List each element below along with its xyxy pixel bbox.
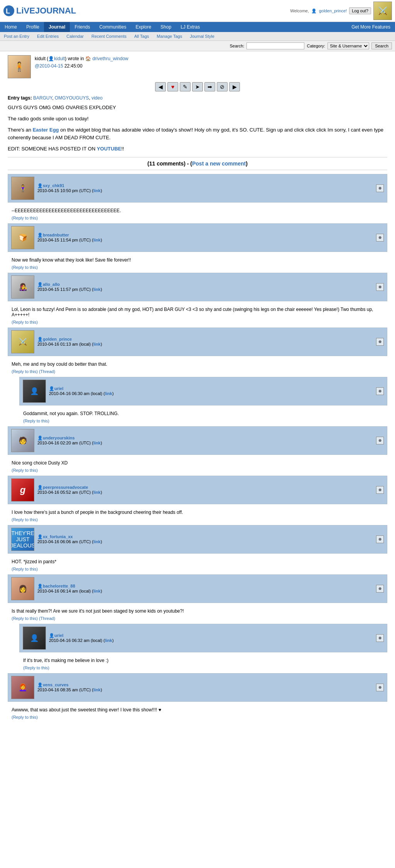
nav-link-journal[interactable]: Journal [44,22,70,32]
nav-item-communities[interactable]: Communities [95,22,131,32]
tag-link-barguy[interactable]: BARGUY [33,95,52,101]
reply-link[interactable]: (Reply to this) [12,265,38,270]
comment-link[interactable]: link [93,287,101,292]
nav-item-explore[interactable]: Explore [131,22,156,32]
reply-link[interactable]: (Reply to this) [12,715,38,719]
comment-username-link[interactable]: sxy_chk91 [43,183,64,188]
sub-nav-all-tags[interactable]: All Tags [130,33,153,40]
comment-expand-button[interactable]: ⊕ [376,437,384,444]
comment-expand-button[interactable]: ⊕ [376,486,384,494]
youtube-link[interactable]: YOUTUBE [97,146,122,152]
lj-logo-icon: L [3,5,15,17]
logout-button[interactable]: Log out? [349,7,371,14]
nav-link-ljextras[interactable]: LJ Extras [176,22,204,32]
nav-item-shop[interactable]: Shop [156,22,176,32]
tag-link-omgyouguys[interactable]: OMGYOUGUYS [55,95,89,101]
nav-link-shop[interactable]: Shop [156,22,176,32]
comment-username-link[interactable]: uriel [54,386,63,391]
comment-username-link[interactable]: uriel [54,633,63,638]
reply-link[interactable]: (Reply to this) [23,419,49,423]
reply-link[interactable]: (Reply to this) [12,468,38,473]
nav-item-profile[interactable]: Profile [22,22,44,32]
sub-nav-manage-tags[interactable]: Manage Tags [153,33,186,40]
post-new-comment-link[interactable]: Post a new comment [192,160,246,167]
easter-egg-link[interactable]: Easter Egg [33,127,59,133]
comment-expand-button[interactable]: ⊕ [376,684,384,691]
nav-item-home[interactable]: Home [0,22,22,32]
comment-timestamp: 2010-04-16 08:35 am (UTC) [37,687,91,692]
comment-link[interactable]: link [93,539,101,544]
comment-timestamp: 2010-04-15 11:54 pm (UTC) [37,238,91,242]
main-nav-list: Home Profile Journal Friends Communities… [0,22,204,32]
reply-link[interactable]: (Reply to this) [12,567,38,571]
comment-expand-button[interactable]: ⊕ [376,387,384,395]
sub-nav-journal-style[interactable]: Journal Style [186,33,218,40]
toolbar-share-button[interactable]: ➤ [192,82,203,91]
comment-link[interactable]: link [93,342,101,346]
reply-link[interactable]: (Reply to this) [23,665,49,670]
comments-list: 🧍‍♀️ 👤sxy_chk91 2010-04-15 10:50 pm (UTC… [8,174,387,723]
sub-nav-post-entry[interactable]: Post an Entry [0,33,33,40]
comment-link[interactable]: link [93,188,101,193]
comment-expand-button[interactable]: ⊕ [376,184,384,192]
comment-body-text: Goddammit, not you again. STOP. TROLLING… [19,409,387,419]
comment-link[interactable]: link [105,391,112,396]
nav-item-journal[interactable]: Journal [44,22,70,32]
comment-link[interactable]: link [93,687,101,692]
thread-link[interactable]: (Thread) [39,616,55,621]
comment-username-link[interactable]: breadnbutter [43,233,69,237]
entry-author-link[interactable]: kidult [54,56,65,61]
toolbar-next-button[interactable]: ▶ [229,82,240,91]
comment-link[interactable]: link [93,589,101,593]
search-input[interactable] [246,42,304,49]
nav-link-communities[interactable]: Communities [95,22,131,32]
nav-link-friends[interactable]: Friends [70,22,95,32]
comment-username-link[interactable]: allo_allo [43,282,60,287]
comment-expand-button[interactable]: ⊕ [376,234,384,241]
comment-block: THEY'RE JUST JEALOUS 👤xx_fortunia_xx 201… [8,525,387,554]
entry-community-link[interactable]: drivethru_window [92,56,128,61]
category-select[interactable]: Site & Username [327,42,369,49]
reply-link[interactable]: (Reply to this) [12,369,38,374]
nav-link-home[interactable]: Home [0,22,22,32]
comment-link[interactable]: link [93,441,101,445]
toolbar-prev-button[interactable]: ◀ [155,82,166,91]
toolbar-forward-button[interactable]: ➡ [204,82,215,91]
comment-username-link[interactable]: xx_fortunia_xx [43,534,73,539]
comment-expand-button[interactable]: ⊕ [376,634,384,642]
toolbar-edit-button[interactable]: ✎ [180,82,191,91]
reply-link[interactable]: (Reply to this) [12,517,38,522]
nav-link-explore[interactable]: Explore [131,22,156,32]
comment-body-text: I love how there's just a bunch of peopl… [8,507,387,517]
reply-link[interactable]: (Reply to this) [12,616,38,621]
comment-body-text: Meh, me and my boy could do better than … [8,359,387,369]
sub-nav-calendar[interactable]: Calendar [62,33,88,40]
comment-expand-button[interactable]: ⊕ [376,338,384,346]
comment-expand-button[interactable]: ⊕ [376,535,384,543]
comment-username-link[interactable]: vens_curves [43,682,69,687]
comment-link[interactable]: link [93,490,101,495]
tag-link-video[interactable]: video [91,95,103,101]
nav-link-profile[interactable]: Profile [22,22,44,32]
comment-link[interactable]: link [105,638,112,643]
comment-username-link[interactable]: bachelorette_88 [43,584,75,588]
nav-item-friends[interactable]: Friends [70,22,95,32]
reply-link[interactable]: (Reply to this) [12,320,38,324]
entry-date-link[interactable]: @2010-04-15 [35,63,63,69]
nav-item-ljextras[interactable]: LJ Extras [176,22,204,32]
comment-expand-button[interactable]: ⊕ [376,283,384,291]
toolbar-heart-button[interactable]: ♥ [167,82,178,91]
comment-username-link[interactable]: golden_prince [43,337,72,341]
entry-author-prefix: kidult ( [35,56,48,61]
comment-link[interactable]: link [93,238,101,242]
sub-nav-edit-entries[interactable]: Edit Entries [33,33,62,40]
search-button[interactable]: Search [371,42,392,49]
sub-nav-recent-comments[interactable]: Recent Comments [88,33,130,40]
reply-link[interactable]: (Reply to this) [12,216,38,220]
toolbar-block-button[interactable]: ⊘ [217,82,228,91]
header-username-link[interactable]: golden_prince! [319,8,347,13]
comment-username-link[interactable]: underyourskins [43,436,75,440]
thread-link[interactable]: (Thread) [39,369,55,374]
comment-username-link[interactable]: peerpressureadvocate [43,485,88,490]
comment-expand-button[interactable]: ⊕ [376,585,384,593]
